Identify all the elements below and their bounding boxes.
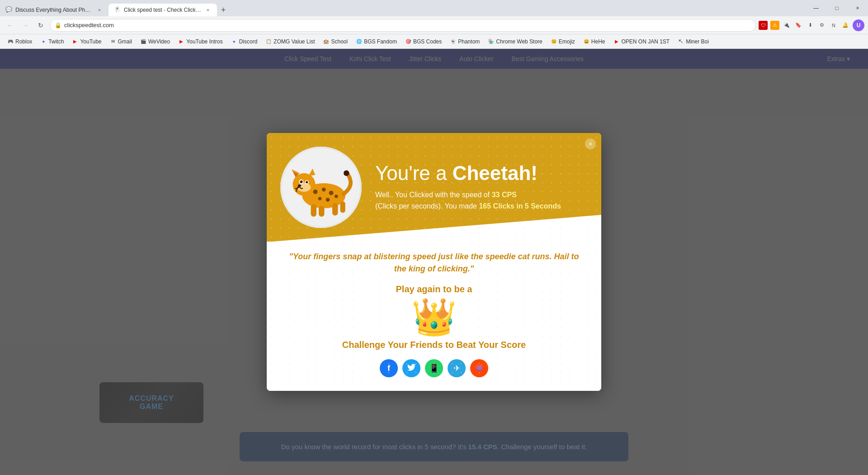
bookmark-label-bgs-codes: BGS Codes (413, 38, 442, 45)
tab-close-1[interactable]: × (96, 6, 103, 14)
bookmark-phantom[interactable]: 👻 Phantom (446, 38, 483, 46)
bookmark-emojiz[interactable]: 😊 Emojiz (547, 38, 579, 46)
bookmark-label-hehe: HeHe (591, 38, 605, 45)
play-again-text: Play again to be a (285, 284, 583, 294)
bookmark-label-miner-boi: Miner Boi (686, 38, 709, 45)
ext-icon-3[interactable]: 🔌 (782, 21, 791, 30)
bookmark-label-discord: Discord (239, 38, 258, 45)
social-share-buttons: f 📱 ✈ 👾 (285, 359, 583, 377)
forward-button[interactable]: → (19, 19, 32, 32)
title-bar: 💬 Discuss Everything About Phanto... × 🖱… (0, 0, 868, 16)
bookmark-school[interactable]: 🏫 School (319, 38, 351, 46)
window-controls: — □ × (806, 0, 868, 16)
lock-icon: 🔒 (55, 22, 61, 28)
bookmark-wevideo[interactable]: 🎬 WeVideo (137, 38, 174, 46)
minimize-button[interactable]: — (806, 0, 826, 16)
page-content: Click Speed Test Kohi Click Test Jitter … (0, 49, 868, 475)
bookmark-favicon-miner-boi: ⛏ (678, 38, 684, 45)
crown-icon: 👑 (285, 299, 583, 335)
bookmark-favicon-youtube: ▶ (72, 38, 78, 45)
bookmark-label-yt-intros: YouTube Intros (186, 38, 223, 45)
subtitle-prefix: Well.. You Clicked with the speed of (375, 191, 492, 199)
bookmark-favicon-open-jan: ▶ (613, 38, 620, 45)
ext-icon-7[interactable]: N (829, 21, 838, 30)
ext-icon-1[interactable]: 🛡 (759, 21, 768, 30)
modal-bottom-section: "Your fingers snap at blistering speed j… (267, 242, 601, 391)
svg-point-14 (306, 181, 308, 183)
bookmark-twitch[interactable]: ● Twitch (37, 38, 67, 46)
maximize-button[interactable]: □ (826, 0, 847, 16)
clicks-count: 165 Clicks in 5 Seconds (479, 202, 561, 210)
bookmark-label-bgs-fandom: BGS Fandom (364, 38, 397, 45)
bookmark-label-zomg: ZOMG Value List (274, 38, 315, 45)
whatsapp-share-button[interactable]: 📱 (425, 359, 443, 377)
tab-inactive[interactable]: 💬 Discuss Everything About Phanto... × (0, 4, 108, 16)
bookmark-favicon-hehe: 😄 (583, 38, 590, 45)
bookmark-favicon-wevideo: 🎬 (140, 38, 146, 45)
extension-icons: 🛡 ⚠ 🔌 🔖 ⬇ ⚙ N 🔔 (759, 21, 850, 30)
reddit-share-button[interactable]: 👾 (470, 359, 488, 377)
tab-favicon-2: 🖱️ (114, 6, 121, 14)
bookmark-zomg[interactable]: 📋 ZOMG Value List (262, 38, 318, 46)
facebook-share-button[interactable]: f (380, 359, 398, 377)
svg-rect-20 (319, 206, 325, 217)
ext-icon-6[interactable]: ⚙ (817, 21, 826, 30)
bookmark-bgs-codes[interactable]: 🎯 BGS Codes (401, 38, 445, 46)
bookmark-yt-intros[interactable]: ▶ YouTube Intros (175, 38, 226, 46)
svg-rect-19 (311, 204, 317, 217)
bookmark-bgs-fandom[interactable]: 🌐 BGS Fandom (352, 38, 401, 46)
back-button[interactable]: ← (4, 19, 16, 32)
bookmark-hehe[interactable]: 😄 HeHe (580, 38, 609, 46)
ext-icon-2[interactable]: ⚠ (770, 21, 779, 30)
bookmark-favicon-emojiz: 😊 (551, 38, 557, 45)
svg-point-3 (322, 188, 326, 192)
bookmark-gmail[interactable]: ✉ Gmail (106, 38, 136, 46)
bookmark-label-chrome-store: Chrome Web Store (496, 38, 542, 45)
svg-point-23 (344, 171, 349, 176)
svg-point-7 (335, 195, 338, 198)
bookmark-label-emojiz: Emojiz (559, 38, 575, 45)
profile-icon[interactable]: U (853, 19, 864, 31)
close-window-button[interactable]: × (847, 0, 868, 16)
bookmark-favicon-gmail: ✉ (110, 38, 116, 45)
whatsapp-icon: 📱 (429, 363, 439, 373)
twitter-icon (407, 363, 416, 374)
ext-icon-5[interactable]: ⬇ (806, 21, 815, 30)
bookmark-label-wevideo: WeVideo (148, 38, 170, 45)
twitter-share-button[interactable] (402, 359, 420, 377)
bookmark-label-gmail: Gmail (118, 38, 132, 45)
ext-icon-4[interactable]: 🔖 (794, 21, 803, 30)
bookmark-discord[interactable]: ● Discord (227, 38, 261, 46)
telegram-icon: ✈ (453, 363, 460, 373)
bookmark-open-jan[interactable]: ▶ OPEN ON JAN 1ST (610, 38, 674, 46)
svg-point-6 (326, 198, 330, 202)
reddit-icon: 👾 (474, 363, 484, 373)
bookmark-roblox[interactable]: 🎮 Roblox (4, 38, 36, 46)
svg-point-12 (300, 180, 301, 181)
tab-close-2[interactable]: × (204, 6, 212, 14)
bookmark-miner-boi[interactable]: ⛏ Miner Boi (674, 38, 712, 46)
bookmark-label-twitch: Twitch (48, 38, 64, 45)
bookmark-favicon-twitch: ● (40, 38, 47, 45)
modal-heading: You're a Cheetah! (375, 162, 583, 184)
tab-favicon-1: 💬 (5, 6, 13, 14)
facebook-icon: f (387, 364, 390, 373)
bookmark-label-school: School (331, 38, 348, 45)
svg-rect-21 (332, 203, 338, 216)
bookmark-chrome-store[interactable]: 🏪 Chrome Web Store (484, 38, 546, 46)
tab-active[interactable]: 🖱️ Click speed test - Check Clicks pe...… (108, 4, 217, 16)
url-bar[interactable]: 🔒 clickspeedtest.com (50, 19, 756, 32)
new-tab-button[interactable]: + (217, 4, 230, 16)
bookmark-label-phantom: Phantom (458, 38, 480, 45)
cps-value: 33 CPS (492, 191, 517, 199)
browser-frame: 💬 Discuss Everything About Phanto... × 🖱… (0, 0, 868, 475)
bookmark-youtube[interactable]: ▶ YouTube (68, 38, 105, 46)
ext-icon-8[interactable]: 🔔 (841, 21, 850, 30)
reload-button[interactable]: ↻ (34, 19, 47, 32)
cheetah-svg (287, 153, 355, 221)
modal-close-button[interactable]: × (585, 138, 596, 149)
telegram-share-button[interactable]: ✈ (448, 359, 466, 377)
url-text: clickspeedtest.com (64, 22, 751, 28)
bookmark-label-roblox: Roblox (15, 38, 32, 45)
modal-title-prefix: You're a (375, 162, 447, 184)
